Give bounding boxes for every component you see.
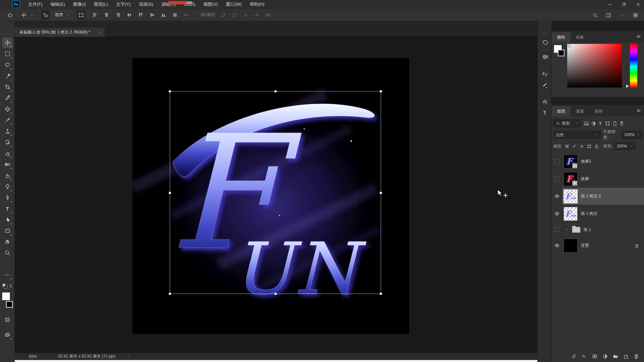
distribute-v-icon[interactable] <box>171 10 179 20</box>
layer-thumbnail[interactable]: Fun <box>564 207 578 221</box>
cube-3d-icon[interactable] <box>540 52 550 62</box>
layers-tab-1[interactable]: 通道 <box>571 106 589 116</box>
image-f-icon[interactable] <box>584 121 589 126</box>
menu-item-window[interactable]: 窗口(W) <box>222 0 245 9</box>
lock-lock-icon[interactable] <box>594 144 599 149</box>
new-layer-icon[interactable] <box>623 353 629 359</box>
layer-row[interactable]: Fun组 1 拷贝 <box>552 205 644 223</box>
mask-icon[interactable] <box>592 353 598 359</box>
transform-handle-nw[interactable] <box>169 90 171 93</box>
smart-f-icon[interactable] <box>612 121 618 126</box>
tool-eyedropper[interactable] <box>2 93 12 103</box>
menu-item-select[interactable]: 选择(S) <box>135 0 156 9</box>
layer-row-body[interactable]: Fo效果 <box>562 170 644 187</box>
type-f-icon[interactable]: T <box>598 121 603 126</box>
canvas-area[interactable]: F UN F UN <box>15 37 537 353</box>
document-tab[interactable]: 未标题-1 @ 55% (组 1 拷贝 2, RGB/8) * <box>15 28 105 37</box>
layers-tab-2[interactable]: 路径 <box>589 106 608 116</box>
layer-row-body[interactable]: Fun组 1 拷贝 <box>562 205 644 222</box>
tool-zoom[interactable] <box>2 248 12 258</box>
chevron-down-icon[interactable] <box>618 11 626 20</box>
layout-panel-icon[interactable] <box>604 11 612 20</box>
tool-pen[interactable] <box>2 192 12 203</box>
layer-thumbnail[interactable]: Fo <box>564 172 578 186</box>
layer-row-body[interactable]: 背景 <box>562 237 644 254</box>
saturation-brightness-field[interactable] <box>567 44 622 87</box>
quick-mask-icon[interactable] <box>2 314 12 325</box>
transform-handle-w[interactable] <box>169 192 171 194</box>
layer-row[interactable]: 组 1 <box>552 223 644 237</box>
char-panel-icon[interactable]: A| <box>540 97 550 107</box>
document-canvas[interactable]: F UN F UN <box>132 58 409 334</box>
minimize-button[interactable] <box>606 1 613 8</box>
edit-toolbar-icon[interactable] <box>2 269 12 280</box>
visibility-toggle[interactable] <box>552 188 562 205</box>
hue-slider[interactable] <box>630 44 637 87</box>
layer-filter-type-dropdown[interactable]: 类型 <box>553 119 581 127</box>
menu-item-file[interactable]: 文件(F) <box>25 0 46 9</box>
show-transform-controls-icon[interactable] <box>77 10 85 20</box>
background-color-swatch[interactable] <box>558 50 565 56</box>
tool-move[interactable] <box>2 38 12 48</box>
tool-healing-brush[interactable] <box>2 104 12 114</box>
blend-mode-dropdown[interactable]: 点光 <box>553 131 601 139</box>
tool-brush[interactable] <box>2 115 12 125</box>
tool-crop[interactable] <box>2 82 12 92</box>
tool-eraser[interactable] <box>2 148 12 159</box>
screen-mode-icon[interactable] <box>2 330 12 340</box>
toggle-icon[interactable] <box>619 121 625 126</box>
transform-handle-e[interactable] <box>380 192 382 194</box>
chevron-down-icon[interactable] <box>28 10 36 20</box>
tool-history-brush[interactable] <box>2 137 12 147</box>
zoom-level-field[interactable]: 55% <box>15 353 47 360</box>
align-center-h-icon[interactable] <box>102 10 110 20</box>
background-color-swatch[interactable] <box>6 301 13 308</box>
menu-item-view[interactable]: 视图(V) <box>200 0 221 9</box>
lock-move-s-icon[interactable] <box>579 144 584 149</box>
layer-row-body[interactable]: Fun组 1 拷贝 2 <box>562 188 644 205</box>
fx-icon[interactable]: fx <box>581 353 587 359</box>
tool-lasso[interactable] <box>2 60 12 70</box>
layer-thumbnail[interactable]: Fun <box>564 189 578 203</box>
tool-path-select[interactable] <box>2 215 12 225</box>
color-picker-ring[interactable] <box>568 44 571 47</box>
tool-smudge[interactable] <box>2 170 12 181</box>
auto-select-icon[interactable] <box>41 10 49 20</box>
menu-item-image[interactable]: 图像(I) <box>70 0 89 9</box>
hue-slider-pointer[interactable] <box>626 84 629 88</box>
layer-row-body[interactable]: 组 1 <box>562 223 644 237</box>
link-icon[interactable] <box>571 353 577 359</box>
search-icon[interactable] <box>591 11 599 20</box>
transform-bounding-box[interactable] <box>170 91 381 294</box>
toolbar-grip[interactable]: •••••• <box>0 33 15 36</box>
transform-handle-n[interactable] <box>274 90 277 93</box>
folder-icon[interactable] <box>612 353 619 359</box>
para-panel-icon[interactable]: ¶ <box>540 107 550 117</box>
lock-artboard-icon[interactable] <box>587 144 592 149</box>
tool-hand[interactable] <box>2 237 12 247</box>
visibility-toggle[interactable] <box>552 223 562 237</box>
menu-item-edit[interactable]: 编辑(E) <box>47 0 68 9</box>
auto-select-target-dropdown[interactable]: 图层 <box>52 11 72 19</box>
swap-colors-icon[interactable] <box>8 284 13 288</box>
tool-marquee[interactable] <box>2 49 12 59</box>
adjust-f-icon[interactable] <box>591 121 596 126</box>
align-middle-icon[interactable] <box>125 10 133 20</box>
foreground-color-swatch[interactable] <box>2 292 10 300</box>
transform-handle-se[interactable] <box>380 293 382 295</box>
tool-dodge[interactable] <box>2 181 12 192</box>
fill-dropdown[interactable]: 100% <box>614 142 635 150</box>
close-button[interactable] <box>635 1 641 8</box>
visibility-toggle[interactable] <box>552 237 562 254</box>
align-left-icon[interactable] <box>91 10 99 20</box>
shape-f-icon[interactable] <box>605 121 610 126</box>
menu-item-help[interactable]: 帮助(H) <box>246 0 268 9</box>
status-chevron-icon[interactable]: 〉 <box>127 354 131 359</box>
layer-row[interactable]: Fun组 1 拷贝 2 <box>552 188 644 205</box>
adjust-c-icon[interactable] <box>602 353 608 359</box>
align-top-icon[interactable] <box>137 10 145 20</box>
move-tool-icon[interactable] <box>20 10 28 20</box>
layer-thumbnail[interactable] <box>564 239 578 253</box>
menu-item-layer[interactable]: 图层(L) <box>91 0 111 9</box>
panel-menu-icon[interactable] <box>636 108 641 113</box>
